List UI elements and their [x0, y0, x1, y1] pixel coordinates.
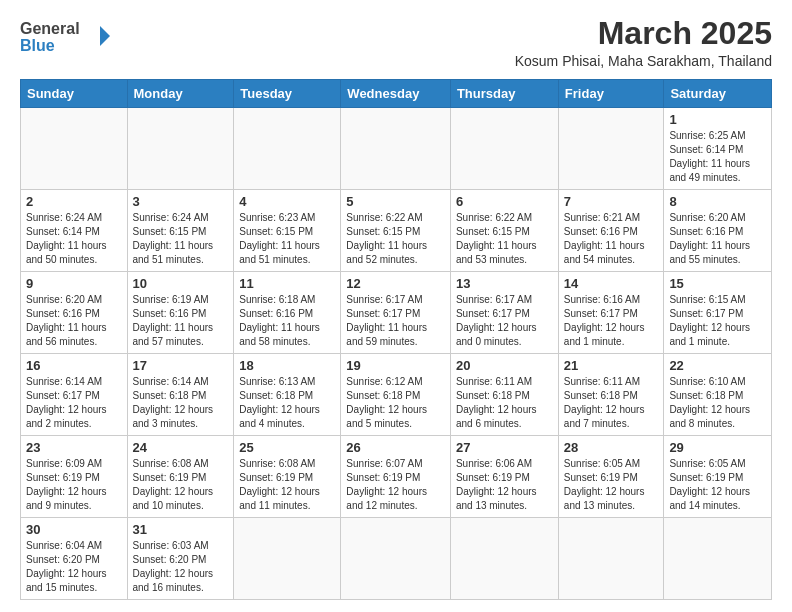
location-title: Kosum Phisai, Maha Sarakham, Thailand	[515, 53, 772, 69]
day-number: 28	[564, 440, 659, 455]
day-cell-31: 31 Sunrise: 6:03 AMSunset: 6:20 PMDaylig…	[127, 518, 234, 600]
day-number: 2	[26, 194, 122, 209]
day-info: Sunrise: 6:07 AMSunset: 6:19 PMDaylight:…	[346, 458, 427, 511]
day-info: Sunrise: 6:22 AMSunset: 6:15 PMDaylight:…	[346, 212, 427, 265]
day-info: Sunrise: 6:06 AMSunset: 6:19 PMDaylight:…	[456, 458, 537, 511]
day-number: 4	[239, 194, 335, 209]
table-row: 9 Sunrise: 6:20 AMSunset: 6:16 PMDayligh…	[21, 272, 772, 354]
day-cell-29: 29 Sunrise: 6:05 AMSunset: 6:19 PMDaylig…	[664, 436, 772, 518]
day-number: 10	[133, 276, 229, 291]
day-cell-12: 12 Sunrise: 6:17 AMSunset: 6:17 PMDaylig…	[341, 272, 451, 354]
day-cell-28: 28 Sunrise: 6:05 AMSunset: 6:19 PMDaylig…	[558, 436, 664, 518]
empty-cell	[558, 518, 664, 600]
day-cell-21: 21 Sunrise: 6:11 AMSunset: 6:18 PMDaylig…	[558, 354, 664, 436]
day-cell-11: 11 Sunrise: 6:18 AMSunset: 6:16 PMDaylig…	[234, 272, 341, 354]
day-info: Sunrise: 6:13 AMSunset: 6:18 PMDaylight:…	[239, 376, 320, 429]
svg-marker-2	[100, 26, 110, 46]
table-row: 23 Sunrise: 6:09 AMSunset: 6:19 PMDaylig…	[21, 436, 772, 518]
day-info: Sunrise: 6:25 AMSunset: 6:14 PMDaylight:…	[669, 130, 750, 183]
day-info: Sunrise: 6:20 AMSunset: 6:16 PMDaylight:…	[669, 212, 750, 265]
day-info: Sunrise: 6:21 AMSunset: 6:16 PMDaylight:…	[564, 212, 645, 265]
day-number: 12	[346, 276, 445, 291]
day-number: 13	[456, 276, 553, 291]
col-friday: Friday	[558, 80, 664, 108]
col-wednesday: Wednesday	[341, 80, 451, 108]
table-row: 1 Sunrise: 6:25 AMSunset: 6:14 PMDayligh…	[21, 108, 772, 190]
day-info: Sunrise: 6:05 AMSunset: 6:19 PMDaylight:…	[669, 458, 750, 511]
empty-cell	[558, 108, 664, 190]
day-info: Sunrise: 6:08 AMSunset: 6:19 PMDaylight:…	[239, 458, 320, 511]
day-cell-4: 4 Sunrise: 6:23 AMSunset: 6:15 PMDayligh…	[234, 190, 341, 272]
day-cell-24: 24 Sunrise: 6:08 AMSunset: 6:19 PMDaylig…	[127, 436, 234, 518]
calendar-header-row: Sunday Monday Tuesday Wednesday Thursday…	[21, 80, 772, 108]
day-number: 1	[669, 112, 766, 127]
col-thursday: Thursday	[450, 80, 558, 108]
day-number: 3	[133, 194, 229, 209]
day-number: 21	[564, 358, 659, 373]
day-number: 26	[346, 440, 445, 455]
empty-cell	[21, 108, 128, 190]
table-row: 30 Sunrise: 6:04 AMSunset: 6:20 PMDaylig…	[21, 518, 772, 600]
day-number: 18	[239, 358, 335, 373]
day-info: Sunrise: 6:03 AMSunset: 6:20 PMDaylight:…	[133, 540, 214, 593]
svg-text:General: General	[20, 20, 80, 37]
day-info: Sunrise: 6:22 AMSunset: 6:15 PMDaylight:…	[456, 212, 537, 265]
empty-cell	[450, 518, 558, 600]
table-row: 16 Sunrise: 6:14 AMSunset: 6:17 PMDaylig…	[21, 354, 772, 436]
day-info: Sunrise: 6:14 AMSunset: 6:17 PMDaylight:…	[26, 376, 107, 429]
day-number: 22	[669, 358, 766, 373]
day-cell-2: 2 Sunrise: 6:24 AMSunset: 6:14 PMDayligh…	[21, 190, 128, 272]
day-number: 19	[346, 358, 445, 373]
day-info: Sunrise: 6:12 AMSunset: 6:18 PMDaylight:…	[346, 376, 427, 429]
day-cell-7: 7 Sunrise: 6:21 AMSunset: 6:16 PMDayligh…	[558, 190, 664, 272]
day-info: Sunrise: 6:11 AMSunset: 6:18 PMDaylight:…	[456, 376, 537, 429]
col-sunday: Sunday	[21, 80, 128, 108]
day-cell-13: 13 Sunrise: 6:17 AMSunset: 6:17 PMDaylig…	[450, 272, 558, 354]
day-info: Sunrise: 6:15 AMSunset: 6:17 PMDaylight:…	[669, 294, 750, 347]
day-number: 5	[346, 194, 445, 209]
day-info: Sunrise: 6:20 AMSunset: 6:16 PMDaylight:…	[26, 294, 107, 347]
logo-svg: General Blue	[20, 16, 110, 56]
calendar-page: General Blue March 2025 Kosum Phisai, Ma…	[0, 0, 792, 612]
day-number: 23	[26, 440, 122, 455]
title-block: March 2025 Kosum Phisai, Maha Sarakham, …	[515, 16, 772, 69]
day-info: Sunrise: 6:11 AMSunset: 6:18 PMDaylight:…	[564, 376, 645, 429]
day-cell-16: 16 Sunrise: 6:14 AMSunset: 6:17 PMDaylig…	[21, 354, 128, 436]
day-cell-10: 10 Sunrise: 6:19 AMSunset: 6:16 PMDaylig…	[127, 272, 234, 354]
day-cell-1: 1 Sunrise: 6:25 AMSunset: 6:14 PMDayligh…	[664, 108, 772, 190]
day-number: 16	[26, 358, 122, 373]
empty-cell	[234, 108, 341, 190]
day-info: Sunrise: 6:24 AMSunset: 6:14 PMDaylight:…	[26, 212, 107, 265]
day-info: Sunrise: 6:04 AMSunset: 6:20 PMDaylight:…	[26, 540, 107, 593]
day-cell-15: 15 Sunrise: 6:15 AMSunset: 6:17 PMDaylig…	[664, 272, 772, 354]
day-number: 24	[133, 440, 229, 455]
day-number: 25	[239, 440, 335, 455]
empty-cell	[450, 108, 558, 190]
day-cell-20: 20 Sunrise: 6:11 AMSunset: 6:18 PMDaylig…	[450, 354, 558, 436]
day-cell-30: 30 Sunrise: 6:04 AMSunset: 6:20 PMDaylig…	[21, 518, 128, 600]
day-info: Sunrise: 6:19 AMSunset: 6:16 PMDaylight:…	[133, 294, 214, 347]
col-monday: Monday	[127, 80, 234, 108]
day-cell-26: 26 Sunrise: 6:07 AMSunset: 6:19 PMDaylig…	[341, 436, 451, 518]
page-header: General Blue March 2025 Kosum Phisai, Ma…	[20, 16, 772, 69]
day-info: Sunrise: 6:08 AMSunset: 6:19 PMDaylight:…	[133, 458, 214, 511]
day-number: 27	[456, 440, 553, 455]
day-cell-9: 9 Sunrise: 6:20 AMSunset: 6:16 PMDayligh…	[21, 272, 128, 354]
day-number: 29	[669, 440, 766, 455]
day-cell-18: 18 Sunrise: 6:13 AMSunset: 6:18 PMDaylig…	[234, 354, 341, 436]
day-cell-8: 8 Sunrise: 6:20 AMSunset: 6:16 PMDayligh…	[664, 190, 772, 272]
day-info: Sunrise: 6:10 AMSunset: 6:18 PMDaylight:…	[669, 376, 750, 429]
day-number: 20	[456, 358, 553, 373]
day-info: Sunrise: 6:14 AMSunset: 6:18 PMDaylight:…	[133, 376, 214, 429]
day-info: Sunrise: 6:17 AMSunset: 6:17 PMDaylight:…	[456, 294, 537, 347]
day-info: Sunrise: 6:23 AMSunset: 6:15 PMDaylight:…	[239, 212, 320, 265]
day-cell-6: 6 Sunrise: 6:22 AMSunset: 6:15 PMDayligh…	[450, 190, 558, 272]
day-number: 15	[669, 276, 766, 291]
day-number: 6	[456, 194, 553, 209]
day-cell-27: 27 Sunrise: 6:06 AMSunset: 6:19 PMDaylig…	[450, 436, 558, 518]
day-info: Sunrise: 6:17 AMSunset: 6:17 PMDaylight:…	[346, 294, 427, 347]
day-cell-17: 17 Sunrise: 6:14 AMSunset: 6:18 PMDaylig…	[127, 354, 234, 436]
day-cell-5: 5 Sunrise: 6:22 AMSunset: 6:15 PMDayligh…	[341, 190, 451, 272]
day-cell-3: 3 Sunrise: 6:24 AMSunset: 6:15 PMDayligh…	[127, 190, 234, 272]
day-cell-23: 23 Sunrise: 6:09 AMSunset: 6:19 PMDaylig…	[21, 436, 128, 518]
